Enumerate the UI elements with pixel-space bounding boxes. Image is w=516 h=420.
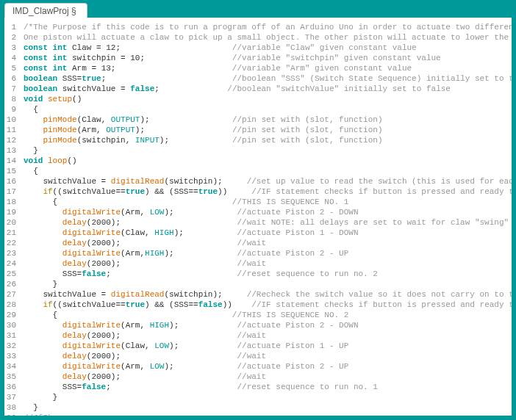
code-line[interactable]: switchValue = digitalRead(switchpin); //… <box>24 289 512 300</box>
code-line[interactable]: boolean SSS=true; //boolean "SSS" (Switc… <box>24 73 512 84</box>
code-token: /*The Purpose if this code is to run a p… <box>24 23 512 32</box>
code-token: ); <box>169 341 237 350</box>
code-token: HIGH <box>145 249 164 258</box>
code-token: SSS= <box>57 74 82 83</box>
code-line[interactable]: { <box>24 166 512 176</box>
code-line[interactable]: { //THIS IS SEQUENCE NO. 2 <box>24 310 512 320</box>
line-number: 6 <box>4 73 16 84</box>
code-token: (2000); <box>87 218 237 227</box>
code-token: digitalWrite <box>62 208 121 217</box>
code-token: ); <box>174 228 237 237</box>
code-token: (Claw, <box>121 228 154 237</box>
editor: 1234567891011121314151617181920212223242… <box>4 18 512 416</box>
code-line[interactable]: void setup() <box>24 94 512 104</box>
code-line[interactable]: delay(2000); //wait <box>24 330 512 341</box>
code-line[interactable]: void loop() <box>24 156 512 166</box>
code-token: true <box>126 300 145 309</box>
code-token: switchpin = 10; <box>67 54 232 62</box>
code-token: //actuate Piston 2 - UP <box>237 362 348 371</box>
code-token: () <box>67 156 76 165</box>
code-token: (switchpin, <box>77 136 135 145</box>
code-line[interactable]: digitalWrite(Arm,HIGH); //actuate Piston… <box>24 248 512 258</box>
code-token: delay <box>62 218 87 227</box>
code-line[interactable]: /*The Purpose if this code is to run a p… <box>24 22 512 32</box>
line-number: 27 <box>4 289 16 300</box>
code-line[interactable]: if((switchValue==true) && (SSS==false)) … <box>24 300 512 310</box>
code-line[interactable]: const int Arm = 13; //variable "Arm" giv… <box>24 63 512 73</box>
code-line[interactable]: delay(2000); //wait <box>24 351 512 361</box>
code-token <box>24 126 43 134</box>
code-line[interactable]: pinMode(Arm, OUTPUT); //pin set with (sl… <box>24 125 512 135</box>
code-token: switchValue = <box>24 177 111 186</box>
code-token: ; <box>106 269 237 278</box>
code-token: boolean <box>24 74 57 83</box>
code-token: ((switchValue== <box>53 300 126 309</box>
line-number: 36 <box>4 382 16 392</box>
code-line[interactable]: SSS=false; //reset sequence to run no. 1 <box>24 382 512 392</box>
code-line[interactable]: switchValue = digitalRead(switchpin); //… <box>24 176 512 187</box>
code-token: //THIS IS SEQUENCE NO. 2 <box>232 311 348 319</box>
code-token: HIGH <box>154 228 173 237</box>
code-token <box>24 300 43 309</box>
code-line[interactable]: SSS=false; //reset sequence to run no. 2 <box>24 269 512 279</box>
code-line[interactable]: //JfSkyy <box>24 413 512 416</box>
code-token: digitalRead <box>111 290 165 299</box>
code-token: (2000); <box>87 239 237 247</box>
tab-bar: IMD_ClawProj § <box>0 0 516 18</box>
code-line[interactable]: delay(2000); //wait <box>24 372 512 382</box>
line-number: 10 <box>4 115 16 125</box>
code-token: HIGH <box>150 321 169 330</box>
code-line[interactable]: delay(2000); //wait NOTE: all delays are… <box>24 217 512 228</box>
line-number: 31 <box>4 330 16 341</box>
code-token: ; <box>106 383 237 391</box>
code-area[interactable]: /*The Purpose if this code is to run a p… <box>21 18 512 416</box>
code-token: const int <box>24 43 67 52</box>
code-line[interactable]: digitalWrite(Claw, HIGH); //actuate Pist… <box>24 228 512 238</box>
code-token: //actuate Piston 1 - UP <box>237 341 348 350</box>
code-line[interactable]: { <box>24 104 512 115</box>
code-line[interactable]: pinMode(switchpin, INPUT); //pin set wit… <box>24 135 512 145</box>
code-line[interactable]: const int Claw = 12; //variable "Claw" g… <box>24 43 512 53</box>
code-token <box>24 352 62 361</box>
code-line[interactable]: } <box>24 279 512 289</box>
code-token: (2000); <box>87 352 237 361</box>
code-token: SSS= <box>24 269 82 278</box>
code-line[interactable]: { //THIS IS SEQUENCE NO. 1 <box>24 197 512 207</box>
code-line[interactable]: delay(2000); //wait <box>24 258 512 269</box>
line-number: 8 <box>4 94 16 104</box>
line-number: 28 <box>4 300 16 310</box>
code-token: ); <box>164 362 237 371</box>
code-token: //set up value to read the switch (this … <box>247 177 512 186</box>
code-token: false <box>82 383 106 391</box>
code-token: { <box>24 167 38 175</box>
code-line[interactable]: delay(2000); //wait <box>24 238 512 248</box>
line-number: 7 <box>4 84 16 94</box>
code-token: LOW <box>150 208 165 217</box>
file-tab[interactable]: IMD_ClawProj § <box>4 3 87 18</box>
code-line[interactable]: digitalWrite(Claw, LOW); //actuate Pisto… <box>24 341 512 351</box>
code-line[interactable]: if((switchValue==true) && (SSS==true)) /… <box>24 187 512 197</box>
code-line[interactable]: digitalWrite(Arm, LOW); //actuate Piston… <box>24 207 512 217</box>
code-line[interactable]: digitalWrite(Arm, HIGH); //actuate Pisto… <box>24 320 512 330</box>
code-line[interactable]: const int switchpin = 10; //variable "sw… <box>24 53 512 63</box>
line-number: 3 <box>4 43 16 53</box>
code-token: (switchpin); <box>164 177 246 186</box>
code-line[interactable]: } <box>24 402 512 413</box>
code-token: //reset sequence to run no. 2 <box>237 269 377 278</box>
code-token: //actuate Piston 2 - DOWN <box>237 321 358 330</box>
code-token: )) <box>218 187 251 196</box>
line-number: 34 <box>4 361 16 372</box>
code-line[interactable]: } <box>24 145 512 156</box>
code-token: (Claw, <box>77 115 111 124</box>
code-line[interactable]: pinMode(Claw, OUTPUT); //pin set with (s… <box>24 115 512 125</box>
code-token: false <box>82 269 106 278</box>
code-line[interactable]: digitalWrite(Arm, LOW); //actuate Piston… <box>24 361 512 372</box>
code-line[interactable]: } <box>24 392 512 402</box>
code-token <box>24 239 62 247</box>
code-token: ; <box>154 84 227 93</box>
code-token: (Arm, <box>121 321 150 330</box>
code-token <box>24 341 62 350</box>
line-number: 4 <box>4 53 16 63</box>
code-line[interactable]: boolean switchValue = false; //boolean "… <box>24 84 512 94</box>
code-line[interactable]: One piston will actuate a claw to pick u… <box>24 32 512 43</box>
